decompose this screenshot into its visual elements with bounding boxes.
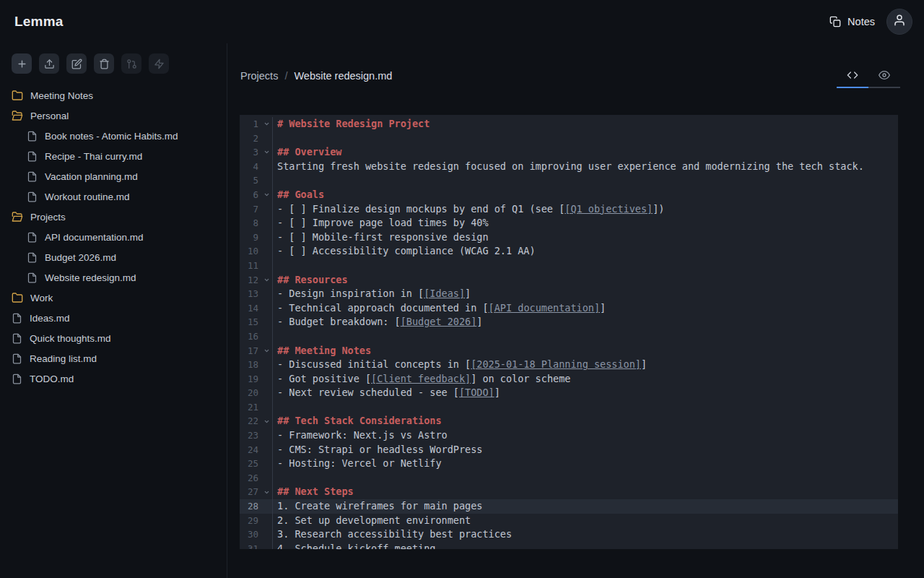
tree-item-file[interactable]: Ideas.md — [0, 308, 227, 328]
editor-line[interactable]: 27## Next Steps — [240, 485, 898, 499]
fold-gutter — [261, 499, 272, 514]
tree-item-file[interactable]: Quick thoughts.md — [0, 328, 227, 348]
top-bar-right: Notes — [829, 9, 912, 35]
line-number: 12 — [240, 273, 261, 288]
editor-line[interactable]: 19- Got positive [[Client feedback]] on … — [240, 372, 898, 387]
editor-line[interactable]: 1# Website Redesign Project — [240, 117, 898, 131]
wiki-link[interactable]: [Q1 objectives] — [565, 203, 653, 215]
wiki-link[interactable]: [Client feedback] — [371, 373, 471, 384]
edit-button[interactable] — [66, 53, 87, 74]
fold-chevron-icon[interactable] — [261, 485, 272, 499]
md-text: ] — [465, 288, 471, 299]
wiki-link[interactable]: [TODO] — [459, 387, 494, 398]
notes-button[interactable]: Notes — [829, 16, 875, 27]
editor-line[interactable]: 7- [ ] Finalize design mockups by end of… — [240, 202, 898, 217]
md-heading: ## Goals — [277, 189, 324, 200]
editor-line[interactable]: 292. Set up development environment — [240, 514, 898, 528]
line-number: 20 — [240, 386, 261, 400]
editor-line[interactable]: 15- Budget breakdown: [[Budget 2026]] — [240, 315, 898, 329]
tree-item-folder[interactable]: Meeting Notes — [0, 85, 227, 105]
line-number: 4 — [240, 160, 261, 174]
tree-item-file[interactable]: Website redesign.md — [0, 267, 227, 288]
md-text: - Hosting: Vercel or Netlify — [277, 457, 442, 469]
code-cell: ## Next Steps — [272, 485, 898, 499]
tree-item-folder[interactable]: Work — [0, 288, 227, 308]
fold-chevron-icon[interactable] — [261, 145, 272, 160]
editor-line[interactable]: 21 — [240, 400, 898, 415]
tree-item-folder[interactable]: Personal — [0, 105, 227, 126]
line-number: 10 — [240, 244, 261, 259]
editor-line[interactable]: 24- CMS: Strapi or headless WordPress — [240, 443, 898, 457]
wiki-link[interactable]: [Ideas] — [424, 288, 465, 299]
fold-chevron-icon[interactable] — [261, 188, 272, 202]
line-number: 25 — [240, 457, 261, 471]
new-note-button[interactable] — [12, 53, 32, 74]
tree-item-file[interactable]: Vacation planning.md — [0, 166, 227, 186]
md-text: 1. Create wireframes for main pages — [277, 500, 482, 512]
editor-line[interactable]: 281. Create wireframes for main pages — [240, 499, 898, 514]
editor[interactable]: 1# Website Redesign Project23## Overview… — [240, 115, 898, 549]
editor-line[interactable]: 18- Discussed initial concepts in [[2025… — [240, 358, 898, 372]
editor-line[interactable]: 22## Tech Stack Considerations — [240, 414, 898, 428]
tab-preview[interactable] — [868, 66, 900, 88]
editor-line[interactable]: 16 — [240, 329, 898, 344]
tree-item-label: Vacation planning.md — [45, 171, 138, 182]
tab-source-view[interactable] — [837, 66, 868, 88]
editor-line[interactable]: 8- [ ] Improve page load times by 40% — [240, 216, 898, 230]
fold-chevron-icon[interactable] — [261, 344, 272, 358]
editor-line[interactable]: 26 — [240, 471, 898, 486]
tree-item-file[interactable]: Budget 2026.md — [0, 247, 227, 267]
breadcrumb-folder[interactable]: Projects — [240, 70, 278, 82]
editor-line[interactable]: 9- [ ] Mobile-first responsive design — [240, 230, 898, 245]
sidebar: Meeting NotesPersonalBook notes - Atomic… — [0, 43, 227, 578]
wiki-link[interactable]: [2025-01-18 Planning session] — [471, 358, 641, 370]
zap-button[interactable] — [149, 53, 169, 74]
editor-line[interactable]: 3## Overview — [240, 145, 898, 160]
fold-chevron-icon[interactable] — [261, 414, 272, 428]
tree-item-file[interactable]: Reading list.md — [0, 348, 227, 368]
avatar[interactable] — [886, 9, 912, 35]
code-cell: ## Goals — [272, 188, 898, 202]
fold-gutter — [261, 131, 272, 146]
main-content: Projects / Website redesign.md 1# Websit… — [228, 43, 924, 578]
fold-gutter — [261, 372, 272, 387]
wiki-link[interactable]: [Budget 2026] — [401, 316, 477, 327]
editor-line[interactable]: 11 — [240, 259, 898, 273]
upload-button[interactable] — [39, 53, 59, 74]
tree-item-folder[interactable]: Projects — [0, 207, 227, 227]
line-number: 7 — [240, 202, 261, 217]
file-icon — [27, 272, 38, 283]
tree-item-file[interactable]: Workout routine.md — [0, 186, 227, 207]
editor-line[interactable]: 20- Next review scheduled - see [[TODO]] — [240, 386, 898, 400]
folder-open-icon — [12, 211, 23, 223]
tree-item-file[interactable]: TODO.md — [0, 368, 227, 389]
md-text: - Budget breakdown: [ — [277, 316, 401, 327]
editor-line[interactable]: 2 — [240, 131, 898, 146]
editor-line[interactable]: 23- Framework: Next.js vs Astro — [240, 428, 898, 443]
tree-item-file[interactable]: Recipe - Thai curry.md — [0, 146, 227, 166]
tree-item-file[interactable]: API documentation.md — [0, 227, 227, 247]
editor-line[interactable]: 303. Research accessibility best practic… — [240, 527, 898, 542]
editor-line[interactable]: 17## Meeting Notes — [240, 344, 898, 358]
editor-line[interactable]: 314. Schedule kickoff meeting — [240, 542, 898, 549]
tree-item-file[interactable]: Book notes - Atomic Habits.md — [0, 126, 227, 146]
view-mode-tabs — [837, 66, 900, 88]
git-sync-button[interactable] — [121, 53, 141, 74]
tree-item-label: Ideas.md — [30, 313, 70, 324]
editor-line[interactable]: 14- Technical approach documented in [[A… — [240, 301, 898, 316]
fold-chevron-icon[interactable] — [261, 273, 272, 288]
editor-line[interactable]: 5 — [240, 173, 898, 188]
fold-chevron-icon[interactable] — [261, 117, 272, 131]
editor-line[interactable]: 6## Goals — [240, 188, 898, 202]
top-bar: Lemma Notes — [0, 0, 924, 43]
editor-line[interactable]: 12## Resources — [240, 273, 898, 288]
fold-gutter — [261, 301, 272, 316]
editor-line[interactable]: 4Starting fresh website redesign focused… — [240, 160, 898, 174]
delete-button[interactable] — [94, 53, 114, 74]
editor-line[interactable]: 25- Hosting: Vercel or Netlify — [240, 457, 898, 471]
editor-line[interactable]: 10- [ ] Accessibility compliance (WCAG 2… — [240, 244, 898, 259]
editor-line[interactable]: 13- Design inspiration in [[Ideas]] — [240, 287, 898, 301]
md-text: ] — [476, 316, 482, 327]
fold-gutter — [261, 230, 272, 245]
wiki-link[interactable]: [API documentation] — [489, 302, 600, 314]
